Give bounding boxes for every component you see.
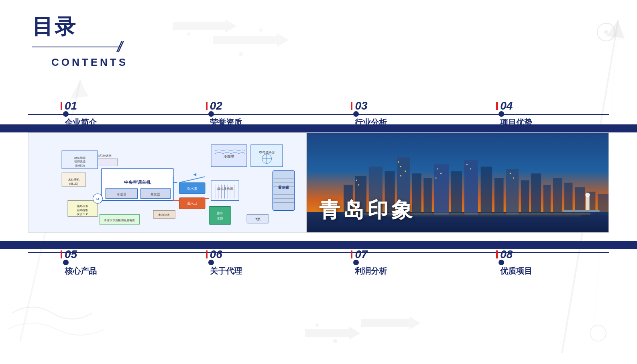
- svg-point-106: [398, 161, 399, 163]
- top-timeline-item-4: 04 项目优势: [496, 100, 576, 128]
- item-number: 07: [355, 248, 367, 261]
- svg-rect-102: [564, 183, 572, 215]
- title-chinese: 目录: [32, 16, 128, 37]
- svg-text:模块PLC: 模块PLC: [77, 212, 88, 216]
- svg-text:水处理机: 水处理机: [68, 178, 79, 181]
- svg-text:M: M: [96, 197, 99, 201]
- svg-rect-100: [543, 185, 550, 215]
- red-bar: [496, 250, 498, 258]
- item-text: 关于代理: [210, 266, 242, 277]
- svg-point-107: [400, 166, 401, 167]
- svg-rect-96: [494, 178, 503, 215]
- item-number: 06: [210, 248, 222, 261]
- svg-text:自动控制: 自动控制: [77, 208, 88, 212]
- svg-point-110: [440, 173, 441, 174]
- svg-rect-95: [480, 167, 492, 215]
- item-text: 荣誉资质: [210, 117, 242, 128]
- svg-rect-99: [531, 173, 541, 214]
- svg-rect-101: [553, 178, 562, 215]
- svg-point-113: [435, 177, 436, 179]
- svg-point-118: [513, 177, 514, 179]
- top-timeline: 01 企业简介 02 荣誉资质 03 行业分析 04 项目优势: [0, 100, 637, 128]
- svg-text:建筑能源: 建筑能源: [74, 157, 85, 159]
- svg-point-112: [470, 168, 471, 169]
- item-number: 04: [500, 100, 513, 112]
- svg-text:蓄冷罐: 蓄冷罐: [278, 185, 289, 189]
- bottom-timeline-item-7: 07 利润分析: [351, 248, 431, 277]
- svg-text:(ELLD): (ELLD): [69, 182, 78, 185]
- item-number: 08: [500, 248, 513, 261]
- svg-text:蓄冷: 蓄冷: [217, 211, 223, 215]
- item-number: 05: [65, 248, 77, 261]
- top-timeline-item-2: 02 荣誉资质: [206, 100, 286, 128]
- svg-text:制冷剂表: 制冷剂表: [159, 214, 170, 217]
- item-text: 行业分析: [355, 117, 387, 128]
- timeline-label: 02: [206, 100, 222, 112]
- bottom-timeline-item-8: 08 优质项目: [496, 248, 576, 277]
- red-bar: [61, 250, 62, 258]
- svg-text:冷水泵: 冷水泵: [187, 187, 197, 191]
- timeline-label: 06: [206, 248, 222, 261]
- top-timeline-item-3: 03 行业分析: [351, 100, 431, 128]
- svg-text:(EMSD): (EMSD): [75, 164, 85, 167]
- svg-rect-92: [434, 164, 448, 214]
- red-bar: [61, 102, 62, 110]
- svg-text:储式冷储器: 储式冷储器: [96, 154, 112, 158]
- svg-text:冷冻水水质检测温度装置: 冷冻水水质检测温度装置: [104, 219, 135, 222]
- timeline-label: 05: [61, 248, 77, 261]
- title-underline: [32, 47, 120, 47]
- city-title: 青岛印象: [319, 196, 415, 224]
- svg-rect-54: [209, 206, 231, 224]
- svg-rect-119: [586, 196, 589, 212]
- svg-text:蒸发器: 蒸发器: [151, 193, 160, 196]
- dark-band-bottom: [0, 241, 637, 249]
- hvac-diagram-panel: 中央空调主机 冷凝器 蒸发器 储式冷储器 冷却塔: [28, 133, 307, 232]
- svg-point-111: [466, 164, 467, 165]
- title-slash-decoration: //: [117, 39, 120, 55]
- item-text: 核心产品: [65, 266, 97, 277]
- header-title-area: 目录 // CONTENTS: [32, 16, 128, 69]
- svg-text:循环水泵: 循环水泵: [77, 204, 88, 208]
- timeline-label: 04: [496, 100, 513, 112]
- svg-text:冷却塔: 冷却塔: [224, 155, 234, 159]
- item-number: 02: [210, 100, 222, 112]
- bottom-timeline: 05 核心产品 06 关于代理 07 利润分析 08 优质项目: [0, 248, 637, 277]
- title-divider: //: [32, 39, 128, 55]
- title-english: CONTENTS: [51, 56, 128, 69]
- timeline-dot: [353, 111, 359, 117]
- svg-rect-33: [273, 171, 295, 210]
- item-text: 优质项目: [500, 266, 532, 277]
- timeline-dot: [208, 260, 214, 265]
- timeline-dot: [63, 111, 69, 117]
- red-bar: [206, 102, 208, 110]
- timeline-label: 08: [496, 248, 513, 261]
- top-timeline-item-1: 01 企业简介: [61, 100, 141, 128]
- bottom-timeline-item-6: 06 关于代理: [206, 248, 286, 277]
- svg-text:管理系统: 管理系统: [74, 160, 85, 163]
- svg-point-120: [585, 193, 590, 197]
- svg-text:水罐: 水罐: [217, 217, 223, 220]
- svg-point-114: [356, 180, 357, 181]
- svg-rect-121: [563, 210, 599, 212]
- bottom-timeline-item-5: 05 核心产品: [61, 248, 141, 277]
- timeline-label: 07: [351, 248, 367, 261]
- item-number: 03: [355, 100, 367, 112]
- timeline-dot: [63, 260, 69, 265]
- svg-rect-91: [423, 178, 431, 215]
- svg-rect-98: [521, 180, 529, 214]
- timeline-dot: [353, 260, 359, 265]
- item-text: 项目优势: [500, 117, 532, 128]
- item-text: 企业简介: [65, 117, 97, 128]
- timeline-dot: [499, 111, 504, 117]
- svg-rect-97: [506, 169, 519, 215]
- middle-content-section: 中央空调主机 冷凝器 蒸发器 储式冷储器 冷却塔: [28, 132, 609, 233]
- item-text: 利润分析: [355, 266, 387, 277]
- timeline-label: 03: [351, 100, 367, 112]
- svg-text:板式换热器: 板式换热器: [217, 187, 233, 191]
- item-number: 01: [65, 100, 77, 112]
- timeline-dot: [499, 260, 504, 265]
- svg-rect-93: [451, 171, 462, 215]
- red-bar: [206, 250, 208, 258]
- timeline-label: 01: [61, 100, 77, 112]
- svg-point-117: [510, 173, 511, 174]
